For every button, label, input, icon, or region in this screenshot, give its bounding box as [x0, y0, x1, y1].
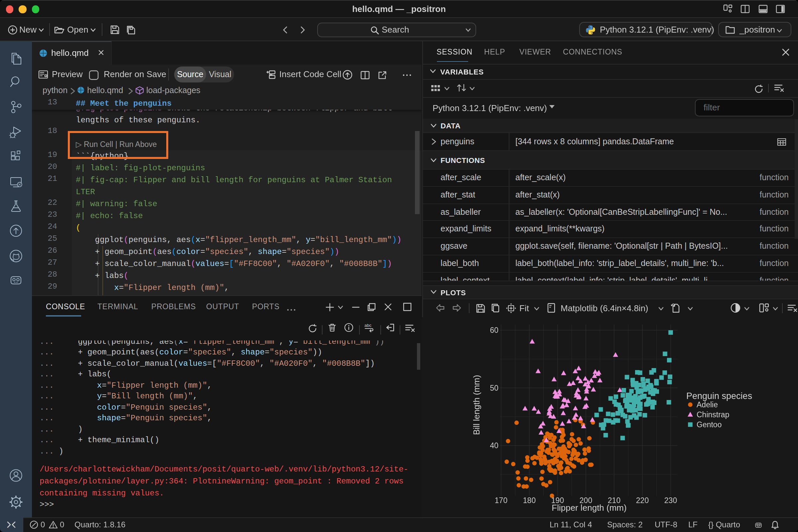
svg-text:Bill length (mm): Bill length (mm) [472, 375, 481, 435]
svg-text:170: 170 [495, 496, 507, 505]
svg-text:Chinstrap: Chinstrap [697, 410, 729, 419]
svg-text:Penguin species: Penguin species [686, 391, 752, 401]
svg-text:50: 50 [490, 384, 498, 392]
svg-text:abc: abc [364, 323, 372, 328]
svg-text:40: 40 [490, 441, 498, 450]
svg-text:230: 230 [664, 496, 677, 505]
svg-text:Adelie: Adelie [697, 400, 718, 409]
svg-text:Gentoo: Gentoo [697, 420, 722, 429]
svg-text:60: 60 [490, 326, 498, 335]
svg-text:220: 220 [636, 496, 649, 505]
svg-text:Flipper length (mm): Flipper length (mm) [552, 503, 626, 513]
svg-text:180: 180 [523, 496, 536, 505]
